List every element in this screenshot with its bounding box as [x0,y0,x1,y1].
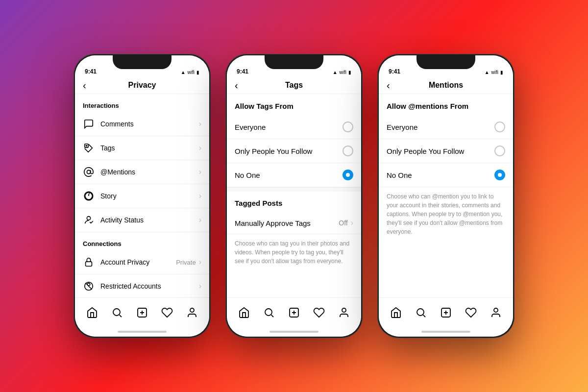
signal-icon-1: ▲ [181,70,186,75]
radio-noone-tags[interactable]: No One [227,163,361,187]
search-nav-3[interactable] [411,303,431,322]
radio-noone-mentions[interactable]: No One [379,163,513,187]
activity-label: Activity Status [100,216,199,224]
section-connections-header: Connections [75,232,209,250]
everyone-mentions-label: Everyone [387,123,494,131]
story-icon [83,190,95,202]
chevron-restricted: › [199,282,201,291]
account-privacy-sub: Private [176,259,196,266]
everyone-tags-label: Everyone [235,123,343,131]
nav-bar-3: ‹ Mentions [379,77,513,94]
nav-bar-1: ‹ Privacy [75,77,209,94]
menu-item-mentions[interactable]: @Mentions › [75,160,209,184]
home-nav-1[interactable] [82,303,102,322]
status-bar-1: 9:41 ▲ wifi ▮ [75,55,209,77]
wifi-icon-3: wifi [491,70,498,75]
tagged-posts-title: Tagged Posts [227,191,361,212]
back-button-1[interactable]: ‹ [83,80,86,91]
profile-nav-2[interactable] [334,303,354,322]
tag-icon [83,142,95,154]
chevron-comments: › [199,120,201,128]
status-icons-1: ▲ wifi ▮ [181,70,199,75]
chevron-mentions: › [199,168,201,176]
search-nav-2[interactable] [259,303,279,322]
notch-3 [416,55,475,69]
bottom-nav-3 [379,297,513,327]
home-bar-2 [270,331,318,333]
radio-everyone-mentions[interactable]: Everyone [379,115,513,139]
menu-item-comments[interactable]: Comments › [75,112,209,136]
follow-tags-label: Only People You Follow [235,147,343,155]
chevron-account-privacy: › [199,258,201,267]
radio-follow-mentions[interactable]: Only People You Follow [379,139,513,163]
story-label: Story [100,192,199,200]
svg-point-34 [494,308,498,312]
add-nav-2[interactable] [284,303,304,322]
comment-icon [83,118,95,130]
home-indicator-3 [379,327,513,337]
search-nav-1[interactable] [107,303,127,322]
chevron-manually-approve: › [351,219,353,227]
status-bar-3: 9:41 ▲ wifi ▮ [379,55,513,77]
bottom-nav-1 [75,297,209,327]
notch-1 [113,55,172,69]
home-nav-2[interactable] [234,303,254,322]
chevron-activity: › [199,216,201,224]
phone-privacy-wrapper: 9:41 ▲ wifi ▮ ‹ Privacy Interactions [74,54,211,338]
menu-item-account-privacy[interactable]: Account Privacy Private › [75,250,209,274]
heart-nav-1[interactable] [157,303,177,322]
svg-point-17 [113,309,120,316]
radio-everyone-circle [343,122,353,132]
back-button-2[interactable]: ‹ [235,80,238,91]
restricted-label: Restricted Accounts [100,282,199,290]
battery-icon-1: ▮ [196,70,199,75]
svg-line-18 [120,315,122,317]
noone-tags-label: No One [235,171,343,179]
wifi-icon-2: wifi [340,70,346,75]
radio-everyone-mentions-circle [494,122,505,132]
account-privacy-label: Account Privacy [100,258,176,266]
back-button-3[interactable]: ‹ [387,80,390,91]
heart-nav-2[interactable] [309,303,329,322]
svg-line-9 [86,283,92,290]
menu-item-story[interactable]: Story › [75,184,209,208]
add-nav-1[interactable] [132,303,152,322]
radio-noone-mentions-circle [494,170,505,180]
profile-nav-3[interactable] [486,303,506,322]
home-indicator-2 [227,327,361,337]
allow-mentions-title: Allow @mentions From [379,94,513,115]
svg-point-10 [87,283,90,286]
phone-tags: 9:41 ▲ wifi ▮ ‹ Tags Allow Tags From Eve… [225,54,363,338]
home-bar-3 [421,331,470,333]
svg-point-22 [190,308,194,312]
tags-screen: Allow Tags From Everyone Only People You… [227,94,361,297]
noone-mentions-label: No One [387,171,494,179]
signal-icon-2: ▲ [333,70,338,75]
profile-nav-1[interactable] [182,303,202,322]
nav-bar-2: ‹ Tags [227,77,361,94]
lock-icon [83,256,95,268]
comments-label: Comments [100,120,199,128]
heart-nav-3[interactable] [461,303,481,322]
manually-approve-row[interactable]: Manually Approve Tags Off › [227,212,361,234]
manually-approve-label: Manually Approve Tags [235,219,339,227]
radio-follow-tags[interactable]: Only People You Follow [227,139,361,163]
add-nav-3[interactable] [436,303,456,322]
menu-item-tags[interactable]: Tags › [75,136,209,160]
bottom-nav-2 [227,297,361,327]
notch-2 [265,55,323,69]
signal-icon-3: ▲ [485,70,490,75]
menu-item-restricted[interactable]: Restricted Accounts › [75,274,209,297]
svg-point-2 [87,170,90,173]
mentions-label: @Mentions [100,168,199,176]
tags-helper-text: Choose who can tag you in their photos a… [227,234,361,273]
svg-point-23 [265,309,272,316]
chevron-story: › [199,192,201,200]
home-nav-3[interactable] [386,303,406,322]
privacy-screen: Interactions Comments › [75,94,209,297]
home-bar-1 [118,331,167,333]
battery-icon-3: ▮ [500,70,503,75]
menu-item-activity[interactable]: Activity Status › [75,208,209,232]
radio-everyone-tags[interactable]: Everyone [227,115,361,139]
nav-title-3: Mentions [429,81,463,90]
